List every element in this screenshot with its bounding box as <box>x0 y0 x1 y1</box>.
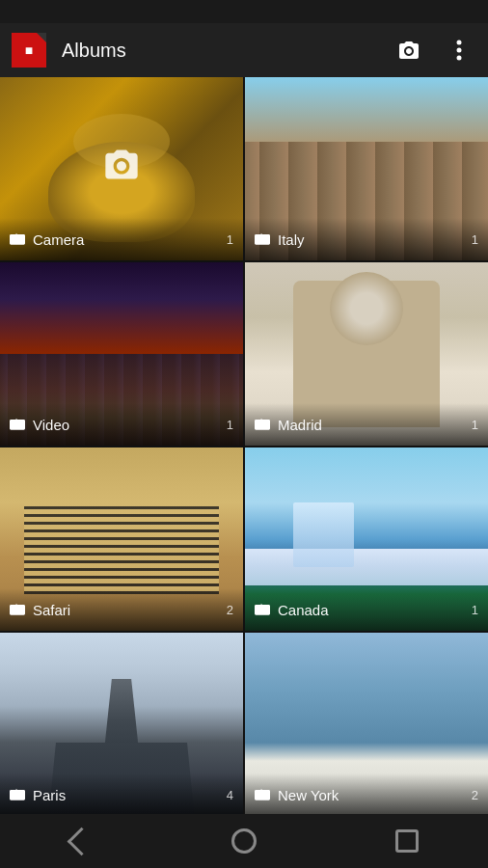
album-item-madrid[interactable]: Madrid 1 <box>245 262 488 446</box>
album-name: Camera <box>33 231 227 248</box>
folder-icon <box>255 787 270 803</box>
album-item-paris[interactable]: Paris 4 <box>0 633 243 814</box>
folder-icon <box>255 417 270 433</box>
album-count: 1 <box>472 603 478 617</box>
svg-point-2 <box>457 56 462 61</box>
album-name: Safari <box>33 602 227 618</box>
album-name: Canada <box>278 602 472 618</box>
album-item-video[interactable]: Video 1 <box>0 262 243 446</box>
more-icon[interactable] <box>442 33 476 68</box>
folder-icon <box>10 602 25 618</box>
folder-icon <box>10 231 25 248</box>
album-name: New York <box>278 787 472 803</box>
home-button[interactable] <box>215 814 273 868</box>
album-name: Video <box>33 417 227 433</box>
folder-icon <box>255 602 270 618</box>
albums-grid: Camera 1 Italy 1 Video 1 <box>0 77 488 814</box>
status-bar <box>0 0 488 23</box>
album-name: Italy <box>278 231 472 248</box>
top-bar: ■ Albums <box>0 23 488 77</box>
album-name: Madrid <box>278 417 472 433</box>
app-logo: ■ <box>12 33 46 68</box>
album-count: 2 <box>472 788 478 802</box>
album-item-newyork[interactable]: New York 2 <box>245 633 488 814</box>
camera-overlay-icon <box>102 146 141 193</box>
album-item-camera[interactable]: Camera 1 <box>0 77 243 260</box>
svg-point-0 <box>457 41 462 45</box>
album-item-safari[interactable]: Safari 2 <box>0 448 243 631</box>
back-button[interactable] <box>52 814 110 868</box>
album-count: 2 <box>227 603 233 617</box>
album-count: 1 <box>472 232 478 247</box>
folder-icon <box>255 231 270 248</box>
album-count: 1 <box>472 418 478 432</box>
recent-button[interactable] <box>378 814 436 868</box>
folder-icon <box>10 787 25 803</box>
app-title: Albums <box>62 40 376 62</box>
camera-icon[interactable] <box>392 33 426 68</box>
album-name: Paris <box>33 787 227 803</box>
bottom-nav <box>0 814 488 868</box>
album-item-italy[interactable]: Italy 1 <box>245 77 488 260</box>
folder-icon <box>10 417 25 433</box>
album-count: 4 <box>227 788 233 802</box>
album-item-canada[interactable]: Canada 1 <box>245 448 488 631</box>
album-count: 1 <box>227 232 233 247</box>
album-count: 1 <box>227 418 233 432</box>
svg-point-1 <box>457 48 462 53</box>
